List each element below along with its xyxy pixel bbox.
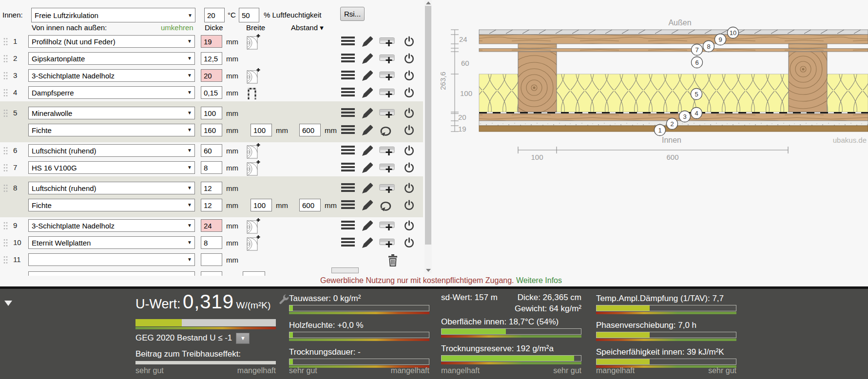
menu-icon[interactable] <box>341 220 355 232</box>
edit-icon[interactable] <box>362 145 374 158</box>
circulation-select[interactable]: Freie Luftzirkulation ▼ <box>31 8 195 22</box>
menu-icon[interactable] <box>341 87 355 99</box>
drag-handle-icon[interactable] <box>3 256 8 266</box>
layer-callout[interactable]: 4 <box>691 108 702 119</box>
material-select[interactable]: Eternit Wellplatten▼ <box>28 236 195 249</box>
scroll-down-icon[interactable] <box>426 269 431 272</box>
menu-icon[interactable] <box>341 237 355 249</box>
temperature-input[interactable]: 20 <box>204 8 225 22</box>
menu-icon[interactable] <box>341 145 355 157</box>
insert-layer-icon[interactable] <box>379 145 397 159</box>
insert-layer-icon[interactable] <box>379 70 397 84</box>
thickness-input[interactable] <box>201 253 222 266</box>
toggle-layer-icon[interactable] <box>404 53 415 67</box>
width-input[interactable]: 100 <box>251 199 272 211</box>
edit-icon[interactable] <box>362 125 374 138</box>
thickness-input[interactable]: 8 <box>201 236 222 249</box>
reset-icon[interactable] <box>379 125 392 139</box>
toggle-layer-icon[interactable] <box>404 237 415 251</box>
drag-handle-icon[interactable] <box>3 222 8 232</box>
toggle-layer-icon[interactable] <box>404 145 415 159</box>
material-select[interactable]: Fichte▼ <box>28 124 195 136</box>
material-select[interactable]: Dampfsperre▼ <box>28 86 195 99</box>
insert-layer-icon[interactable] <box>379 53 397 67</box>
drag-handle-icon[interactable] <box>3 239 8 249</box>
edit-icon[interactable] <box>362 200 374 213</box>
drag-handle-icon[interactable] <box>3 184 8 194</box>
material-select[interactable]: Gipskartonplatte▼ <box>28 52 195 65</box>
humidity-input[interactable]: 50 <box>239 8 259 22</box>
edit-icon[interactable] <box>362 237 374 250</box>
drag-handle-icon[interactable] <box>3 164 8 174</box>
material-select[interactable]: Fichte▼ <box>28 199 195 211</box>
thickness-input[interactable]: 24 <box>201 219 222 232</box>
thickness-input[interactable]: 60 <box>201 144 222 157</box>
drag-handle-icon[interactable] <box>3 147 8 157</box>
toggle-layer-icon[interactable] <box>404 70 415 84</box>
insert-layer-icon[interactable] <box>379 108 397 122</box>
toggle-layer-icon[interactable] <box>404 125 415 138</box>
layer-callout[interactable]: 2 <box>667 118 678 130</box>
thickness-input[interactable]: 20 <box>201 69 222 82</box>
add-battens-icon[interactable] <box>247 218 260 236</box>
thickness-input[interactable]: 0,15 <box>201 86 222 99</box>
reverse-link[interactable]: umkehren <box>161 23 193 32</box>
collapse-panel-icon[interactable] <box>4 301 12 306</box>
edit-icon[interactable] <box>362 70 374 83</box>
insert-layer-icon[interactable] <box>379 183 397 197</box>
toggle-layer-icon[interactable] <box>404 183 415 196</box>
thickness-input[interactable]: 100 <box>201 107 222 119</box>
layer-callout[interactable]: 1 <box>655 125 666 136</box>
add-battens-icon[interactable] <box>247 68 260 86</box>
reset-icon[interactable] <box>379 200 392 214</box>
thickness-input[interactable]: 160 <box>201 124 222 136</box>
layer-callout[interactable]: 6 <box>692 57 703 68</box>
toggle-layer-icon[interactable] <box>404 162 415 176</box>
material-select[interactable]: Mineralwolle▼ <box>28 107 195 119</box>
material-select[interactable] <box>28 271 195 276</box>
menu-icon[interactable] <box>341 53 355 65</box>
delete-icon[interactable] <box>388 254 398 268</box>
insert-layer-icon[interactable] <box>379 36 397 50</box>
thickness-input[interactable]: 19 <box>201 35 222 48</box>
scroll-up-icon[interactable] <box>426 1 431 4</box>
material-select[interactable]: ▼ <box>28 253 195 266</box>
toggle-layer-icon[interactable] <box>404 220 415 234</box>
drag-handle-icon[interactable] <box>3 89 8 99</box>
menu-icon[interactable] <box>341 200 355 211</box>
menu-icon[interactable] <box>341 125 355 136</box>
layer-callout[interactable]: 7 <box>692 44 703 56</box>
material-select[interactable]: Luftschicht (ruhend)▼ <box>28 144 195 157</box>
table-scrollbar[interactable] <box>424 0 432 273</box>
layer-callout[interactable]: 9 <box>715 34 726 45</box>
drag-handle-icon[interactable] <box>3 109 8 119</box>
material-select[interactable]: Profilholz (Nut und Feder)▼ <box>28 35 195 48</box>
thickness-input[interactable]: 12 <box>201 182 222 194</box>
toggle-layer-icon[interactable] <box>404 87 415 101</box>
edit-icon[interactable] <box>362 53 374 66</box>
menu-icon[interactable] <box>341 70 355 82</box>
add-battens-icon[interactable] <box>247 160 260 178</box>
drag-handle-icon[interactable] <box>3 72 8 82</box>
spacing-input[interactable]: 600 <box>299 199 321 211</box>
rsi-button[interactable]: Rsi... <box>340 7 365 21</box>
add-battens-icon[interactable] <box>247 34 260 52</box>
add-battens-icon[interactable] <box>247 143 260 161</box>
insert-layer-icon[interactable] <box>379 237 397 251</box>
material-select[interactable]: Luftschicht (ruhend)▼ <box>28 182 195 194</box>
insert-layer-icon[interactable] <box>379 220 397 234</box>
spacing-input[interactable]: 600 <box>299 124 321 136</box>
menu-icon[interactable] <box>341 162 355 174</box>
header-abstand[interactable]: Abstand ▾ <box>291 23 324 32</box>
edit-icon[interactable] <box>362 220 374 233</box>
scrollbar-thumb[interactable] <box>425 6 431 245</box>
menu-icon[interactable] <box>341 108 355 119</box>
toggle-layer-icon[interactable] <box>404 36 415 50</box>
edit-icon[interactable] <box>362 162 374 175</box>
edit-icon[interactable] <box>362 87 374 100</box>
drag-handle-icon[interactable] <box>3 38 8 48</box>
menu-icon[interactable] <box>341 36 355 48</box>
more-info-link[interactable]: Weitere Infos <box>516 276 562 284</box>
material-select[interactable]: HS 16 V100G▼ <box>28 161 195 174</box>
thickness-input[interactable]: 8 <box>201 161 222 174</box>
